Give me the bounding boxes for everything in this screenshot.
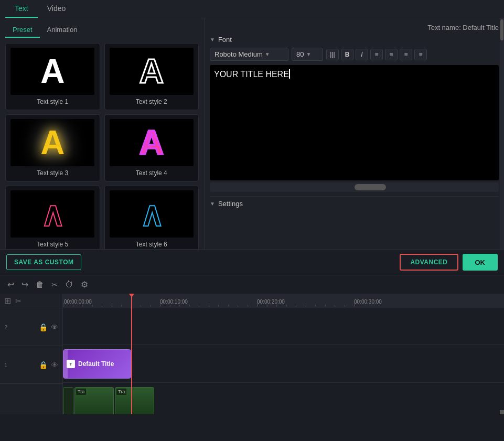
font-controls: Roboto Medium ▼ 80 ▼ ||| B I ≡ ≡ ≡ ≡ xyxy=(210,48,499,61)
redo-icon[interactable]: ↪ xyxy=(22,279,28,289)
track-row-2: T Default Title xyxy=(63,345,504,383)
bold-button[interactable]: B xyxy=(341,49,353,60)
right-action-buttons: ADVANCED OK xyxy=(400,254,498,271)
time-30: 00:00:30:00 xyxy=(354,299,382,305)
style-grid: A Text style 1 A Text style 2 A Text sty… xyxy=(0,38,204,249)
style2-letter: A xyxy=(140,52,164,91)
style-preview-1: A xyxy=(10,48,94,95)
timeline-header-controls: ⊞ ✂ xyxy=(0,294,62,308)
tab-video[interactable]: Video xyxy=(38,0,76,18)
track-1-controls: 1 🔒 👁 xyxy=(0,346,62,384)
left-panel: Preset Animation A Text style 1 A Text s… xyxy=(0,18,205,249)
style6-svg: ∧ xyxy=(125,196,178,232)
text-clip-icon: T xyxy=(67,360,75,368)
style-preview-3: A xyxy=(10,119,94,166)
sub-tab-bar: Preset Animation xyxy=(0,18,204,38)
video-clip-1[interactable]: Tra xyxy=(74,387,114,414)
time-10: 00:00:10:00 xyxy=(160,299,188,305)
settings-section-header: ▼ Settings xyxy=(210,200,499,208)
text-cursor xyxy=(289,69,290,79)
time-0: 00:00:00:00 xyxy=(64,299,92,305)
style3-letter: A xyxy=(40,123,65,162)
track-1-eye-icon[interactable]: 👁 xyxy=(51,361,58,369)
font-chevron-icon: ▼ xyxy=(210,37,215,42)
ok-button[interactable]: OK xyxy=(463,254,498,271)
tab-animation[interactable]: Animation xyxy=(40,23,85,38)
right-scrollbar[interactable] xyxy=(500,18,504,249)
top-tab-bar: Text Video xyxy=(0,0,504,18)
right-panel: Text name: Default Title ▼ Font Roboto M… xyxy=(205,18,504,249)
tab-text[interactable]: Text xyxy=(5,0,38,18)
style5-label: Text style 5 xyxy=(37,241,68,248)
align-left-button[interactable]: ≡ xyxy=(370,49,383,60)
style-preview-6: ∧ xyxy=(110,190,194,238)
style-item-1[interactable]: A Text style 1 xyxy=(5,43,100,110)
video-clip-2[interactable]: Tra xyxy=(115,387,154,414)
clip-left-handle[interactable] xyxy=(63,350,68,378)
style-item-2[interactable]: A Text style 2 xyxy=(104,43,199,110)
font-size-select[interactable]: 80 ▼ xyxy=(292,48,323,61)
style-item-5[interactable]: ∧ Text style 5 xyxy=(5,186,100,249)
time-20: 00:00:20:00 xyxy=(257,299,285,305)
main-content: Preset Animation A Text style 1 A Text s… xyxy=(0,18,504,249)
clock-icon[interactable]: ⏱ xyxy=(65,280,73,289)
undo-icon[interactable]: ↩ xyxy=(7,279,14,289)
empty-track-area xyxy=(63,308,504,345)
resize-handle[interactable] xyxy=(500,410,504,414)
settings-section: ▼ Settings xyxy=(210,196,499,212)
italic-button[interactable]: I xyxy=(356,49,368,60)
track-2-eye-icon[interactable]: 👁 xyxy=(51,323,58,331)
style-preview-2: A xyxy=(110,48,194,95)
format-buttons: ||| B I ≡ ≡ ≡ ≡ xyxy=(326,49,427,60)
style2-label: Text style 2 xyxy=(136,98,167,105)
timeline-toolbar: ↩ ↪ 🗑 ✂ ⏱ ⚙ xyxy=(0,275,504,294)
align-center-button[interactable]: ≡ xyxy=(385,49,398,60)
tracks-container: T Default Title Tra xyxy=(63,308,504,414)
style4-letter: A xyxy=(140,123,164,162)
delete-icon[interactable]: 🗑 xyxy=(36,280,44,289)
style4-label: Text style 4 xyxy=(136,169,167,177)
font-section-header: ▼ Font xyxy=(210,36,499,44)
text-content: YOUR TITLE HERE xyxy=(214,70,289,79)
playhead[interactable] xyxy=(131,294,132,414)
style1-letter: A xyxy=(40,52,65,91)
align-justify-button[interactable]: ≡ xyxy=(414,49,427,60)
svg-text:∧: ∧ xyxy=(41,197,65,232)
text-scrollbar[interactable] xyxy=(210,182,499,192)
text-canvas[interactable]: YOUR TITLE HERE xyxy=(210,65,499,180)
scissors-icon[interactable]: ✂ xyxy=(51,281,58,289)
style5-svg: ∧ xyxy=(26,196,79,232)
track-1-lock-icon[interactable]: 🔒 xyxy=(39,361,48,369)
advanced-button[interactable]: ADVANCED xyxy=(400,254,458,271)
timeline-main: 00:00:00:00 00:00:10:00 00:00:20:00 00:0… xyxy=(63,294,504,414)
text-clip[interactable]: T Default Title xyxy=(63,349,131,379)
text-name-header: Text name: Default Title xyxy=(210,24,499,31)
track-scissors-icon[interactable]: ✂ xyxy=(15,297,22,305)
save-as-custom-button[interactable]: SAVE AS CUSTOM xyxy=(6,254,81,270)
size-dropdown-icon: ▼ xyxy=(306,51,311,57)
style-item-6[interactable]: ∧ Text style 6 xyxy=(104,186,199,249)
track-2-number: 2 xyxy=(4,324,7,330)
video-clips: Tra Tra xyxy=(63,387,154,414)
font-dropdown-icon: ▼ xyxy=(265,51,270,57)
timeline-left: ⊞ ✂ 2 🔒 👁 1 🔒 👁 xyxy=(0,294,63,414)
style-item-3[interactable]: A Text style 3 xyxy=(5,114,100,181)
track-2-lock-icon[interactable]: 🔒 xyxy=(39,323,48,331)
settings-icon[interactable]: ⚙ xyxy=(81,279,88,289)
text-clip-label: Default Title xyxy=(78,360,114,368)
settings-chevron-icon: ▼ xyxy=(210,201,215,207)
track-row-1: Tra Tra xyxy=(63,383,504,414)
style1-label: Text style 1 xyxy=(37,98,68,105)
tab-preset[interactable]: Preset xyxy=(5,23,40,38)
style-preview-5: ∧ xyxy=(10,190,94,238)
add-track-icon[interactable]: ⊞ xyxy=(4,296,11,306)
align-right-button[interactable]: ≡ xyxy=(400,49,412,60)
scroll-thumb xyxy=(355,184,386,190)
font-name-select[interactable]: Roboto Medium ▼ xyxy=(210,48,288,61)
video-clip-0[interactable] xyxy=(63,387,73,414)
right-scrollbar-thumb xyxy=(500,19,503,40)
style-item-4[interactable]: A Text style 4 xyxy=(104,114,199,181)
playhead-triangle xyxy=(128,294,135,297)
track-2-controls: 2 🔒 👁 xyxy=(0,308,62,346)
font-tracking-button[interactable]: ||| xyxy=(326,49,339,60)
